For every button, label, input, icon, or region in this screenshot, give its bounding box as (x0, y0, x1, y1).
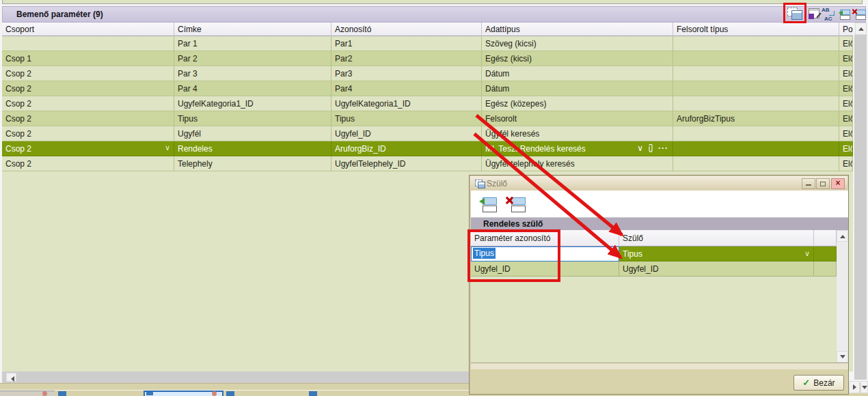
cell-felsorolt[interactable] (673, 126, 839, 141)
cell-csoport[interactable]: Csop 2 (2, 96, 174, 111)
cell-szulo[interactable]: Ugyfel_ID (619, 261, 814, 277)
dialog-titlebar[interactable]: Szülő × (470, 176, 847, 190)
cell-felsorolt[interactable]: AruforgBizTipus (673, 111, 839, 126)
insert-row-icon[interactable] (476, 195, 497, 213)
table-row[interactable]: Csop 2 Par 4 Par4 Dátum Előző (2, 81, 853, 96)
table-row[interactable]: Csop 2 Telephely UgyfelTelephely_ID Ügyf… (2, 156, 853, 171)
dialog-row[interactable]: Ugyfel_ID Ugyfel_ID (471, 261, 837, 277)
table-row[interactable]: Csop 1 Par 2 Par2 Egész (kicsi) Előző (2, 51, 853, 66)
cell-pozicio[interactable]: Előző (839, 126, 853, 141)
cell-azonosito[interactable]: Par1 (331, 36, 482, 51)
cell-adattipus[interactable]: Egész (közepes) (482, 96, 673, 111)
delete-row-icon[interactable] (505, 195, 526, 213)
cell-pozicio[interactable]: Előző (839, 36, 853, 51)
cell-felsorolt[interactable] (673, 141, 839, 156)
cell-cimke[interactable]: Rendeles (174, 141, 331, 156)
cell-cimke[interactable]: Telephely (174, 156, 331, 171)
cascade-windows-icon[interactable] (787, 8, 802, 20)
vertical-scrollbar[interactable] (854, 35, 867, 380)
table-row[interactable]: Csop 2 UgyfelKategoria1_ID UgyfelKategor… (2, 96, 853, 111)
cell-azonosito[interactable]: UgyfelTelephely_ID (331, 156, 482, 171)
cell-extra[interactable] (814, 246, 837, 261)
scroll-up-button[interactable] (855, 23, 867, 35)
cell-csoport[interactable]: Csop 2 ∨ (2, 141, 174, 156)
delete-row-icon[interactable] (852, 9, 866, 20)
replace-text-icon[interactable]: AB AC (822, 8, 835, 20)
scroll-left-button[interactable] (6, 373, 16, 382)
scroll-down-button[interactable] (860, 381, 868, 393)
bezar-button[interactable]: ✓ Bezár (794, 375, 844, 391)
minimize-button[interactable] (802, 178, 815, 189)
cell-azonosito[interactable]: UgyfelKategoria1_ID (331, 96, 482, 111)
cell-adattipus[interactable]: Egész (kicsi) (482, 51, 673, 66)
cell-cimke[interactable]: Par 1 (174, 36, 331, 51)
cell-adattipus[interactable]: Dátum (482, 66, 673, 81)
cell-azonosito[interactable]: Par2 (331, 51, 482, 66)
cell-csoport[interactable]: Csop 2 (2, 81, 174, 96)
table-row[interactable]: Par 1 Par1 Szöveg (kicsi) Előző (2, 36, 853, 51)
column-header-csoport[interactable]: Csoport (2, 23, 174, 36)
cell-csoport[interactable]: Csop 2 (2, 66, 174, 81)
ellipsis-icon[interactable]: ··· (658, 143, 668, 153)
scroll-down-button[interactable] (837, 351, 848, 363)
cell-csoport[interactable]: Csop 2 (2, 126, 174, 141)
cell-adattipus[interactable]: Szöveg (kicsi) (482, 36, 673, 51)
cell-cimke[interactable]: Par 2 (174, 51, 331, 66)
cell-pozicio[interactable]: Előző (839, 156, 853, 171)
chevron-down-icon[interactable]: ∨ (804, 249, 810, 258)
paperclip-icon[interactable] (648, 144, 653, 152)
window-edit-icon[interactable] (809, 8, 819, 19)
cell-adattipus[interactable]: Ügyfél telephely keresés (482, 156, 673, 171)
table-row[interactable]: Csop 2 Ugyfél Ugyfel_ID Ügyfél keresés E… (2, 126, 853, 141)
cell-felsorolt[interactable] (673, 156, 839, 171)
dialog-row-selected[interactable]: Tipus Tipus ∨ (471, 246, 837, 261)
cell-azonosito[interactable]: AruforgBiz_ID (331, 141, 482, 156)
cell-extra[interactable] (814, 261, 837, 277)
cell-pozicio[interactable]: Előző (839, 96, 853, 111)
cell-pozicio[interactable]: Előző (839, 111, 853, 126)
cell-csoport[interactable]: Csop 1 (2, 51, 174, 66)
cell-csoport[interactable]: Csop 2 (2, 156, 174, 171)
cell-cimke[interactable]: Tipus (174, 111, 331, 126)
cell-csoport[interactable]: Csop 2 (2, 111, 174, 126)
chevron-down-icon[interactable]: ∨ (165, 143, 170, 152)
tab-close-icon[interactable] (42, 391, 47, 396)
column-header-adattipus[interactable]: Adattípus (482, 23, 673, 36)
cell-azonosito[interactable]: Tipus (331, 111, 482, 126)
cell-pozicio[interactable]: Előző (839, 66, 853, 81)
cell-pozicio[interactable]: Előző (839, 81, 853, 96)
cell-adattipus[interactable]: ML Teszt Rendelés keresés ∨ ··· (482, 141, 673, 156)
scroll-right-button[interactable] (849, 381, 860, 393)
table-row[interactable]: Csop 2 Tipus Tipus Felsorolt AruforgBizT… (2, 111, 853, 126)
cell-cimke[interactable]: UgyfelKategoria1_ID (174, 96, 331, 111)
cell-pozicio[interactable]: Előző (839, 141, 853, 156)
insert-row-icon[interactable] (837, 9, 850, 20)
column-header-cimke[interactable]: Címke (174, 23, 331, 36)
cell-cimke[interactable]: Par 4 (174, 81, 331, 96)
scroll-up-button[interactable] (837, 230, 848, 242)
column-header-parameter-azonosito[interactable]: Paraméter azonosító (471, 230, 619, 246)
column-header-azonosito[interactable]: Azonosító (331, 23, 482, 36)
column-header-felsorolt-tipus[interactable]: Felsorolt típus (673, 23, 839, 36)
cell-pozicio[interactable]: Előző (839, 51, 853, 66)
maximize-button[interactable] (816, 178, 830, 189)
cell-felsorolt[interactable] (673, 81, 839, 96)
cell-azonosito[interactable]: Par4 (331, 81, 482, 96)
cell-cimke[interactable]: Ugyfél (174, 126, 331, 141)
cell-cimke[interactable]: Par 3 (174, 66, 331, 81)
cell-csoport[interactable] (2, 36, 174, 51)
column-header-pozicio[interactable]: Pozíció (839, 23, 853, 36)
dialog-vertical-scrollbar[interactable] (837, 230, 848, 363)
cell-azonosito[interactable]: Ugyfel_ID (331, 126, 482, 141)
cell-adattipus[interactable]: Ügyfél keresés (482, 126, 673, 141)
column-header-szulo[interactable]: Szülő (619, 230, 814, 246)
cell-felsorolt[interactable] (673, 51, 839, 66)
tab-close-icon[interactable] (212, 391, 217, 396)
cell-felsorolt[interactable] (673, 96, 839, 111)
table-row-selected[interactable]: Csop 2 ∨ Rendeles AruforgBiz_ID ML Teszt… (2, 141, 853, 156)
cell-adattipus[interactable]: Dátum (482, 81, 673, 96)
table-row[interactable]: Csop 2 Par 3 Par3 Dátum Előző (2, 66, 853, 81)
close-icon[interactable]: × (831, 178, 845, 189)
param-editor-input[interactable]: Tipus (471, 246, 619, 261)
cell-param[interactable]: Ugyfel_ID (471, 261, 619, 277)
